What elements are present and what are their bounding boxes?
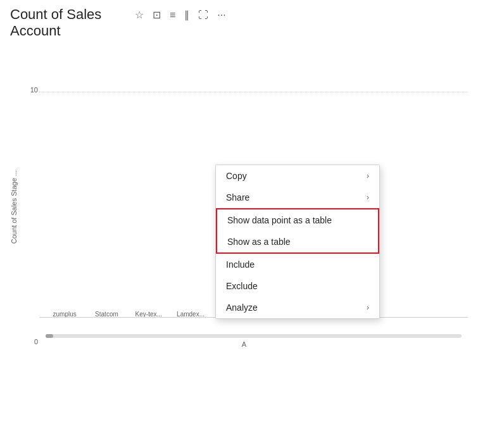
chevron-icon: › (367, 171, 369, 180)
menu-item-label: Share (226, 192, 249, 202)
x-axis-title: A (20, 340, 468, 348)
more-icon[interactable]: ··· (215, 8, 227, 22)
menu-item[interactable]: Share› (216, 187, 379, 208)
bar-group[interactable]: Lamdex... (172, 308, 210, 318)
bar-group[interactable]: Statcom (87, 308, 125, 318)
menu-item[interactable]: Exclude (216, 275, 379, 297)
chart-title-line1: Count of Sales (10, 6, 468, 23)
menu-item-label: Analyze (226, 302, 258, 313)
bar-group[interactable]: Key-tex... (130, 308, 168, 318)
menu-item[interactable]: Include (216, 254, 379, 275)
y-axis-label: Count of Sales Stage ... (10, 151, 18, 244)
scrollbar-track[interactable] (46, 334, 462, 338)
chart-toolbar: ☆ ⊡ ≡ ∥ ⛶ ··· (133, 8, 228, 22)
menu-item-label: Show as a table (227, 237, 291, 247)
y-tick-10: 10 (20, 86, 38, 94)
chevron-icon: › (367, 303, 369, 312)
menu-item-label: Copy (226, 171, 247, 181)
scrollbar-thumb[interactable] (46, 334, 53, 338)
bar-group[interactable]: zumplus (46, 308, 84, 318)
menu-item[interactable]: Analyze› (216, 297, 379, 318)
menu-item[interactable]: Show data point as a table (217, 209, 378, 231)
menu-item-label: Exclude (226, 281, 258, 291)
context-menu: Copy›Share›Show data point as a tableSho… (215, 165, 380, 319)
menu-item-label: Show data point as a table (227, 215, 332, 225)
filter-icon[interactable]: ≡ (168, 8, 177, 22)
chart-container: Count of Sales Account ☆ ⊡ ≡ ∥ ⛶ ··· Cou… (0, 0, 478, 448)
chart-title-line2: Account (10, 23, 468, 39)
pin-icon[interactable]: ☆ (133, 8, 146, 22)
visual-icon[interactable]: ∥ (182, 8, 191, 22)
chevron-icon: › (367, 193, 369, 202)
menu-item[interactable]: Show as a table (217, 231, 378, 252)
expand-icon[interactable]: ⛶ (196, 8, 210, 22)
menu-item-label: Include (226, 259, 255, 270)
focus-icon[interactable]: ⊡ (151, 8, 163, 22)
menu-item[interactable]: Copy› (216, 165, 379, 187)
highlighted-group: Show data point as a tableShow as a tabl… (216, 208, 379, 254)
